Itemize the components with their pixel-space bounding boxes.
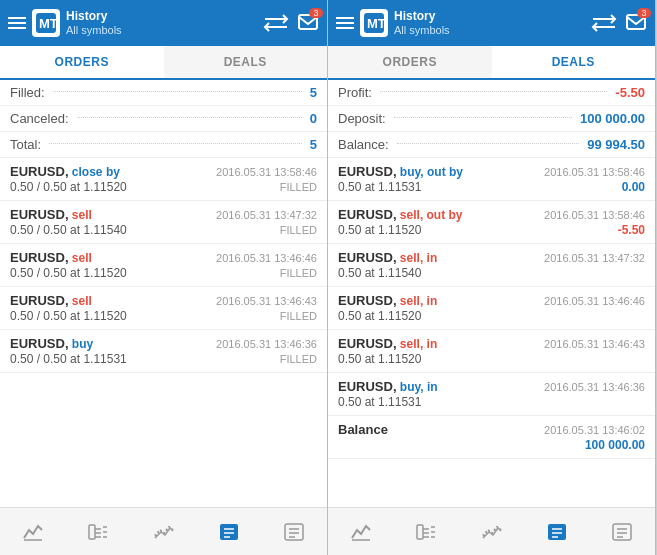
- tab-deals-left[interactable]: DEALS: [164, 46, 328, 78]
- summary-canceled: Canceled: 0: [0, 106, 327, 132]
- right-nav-history[interactable]: [524, 508, 589, 555]
- left-header-text: History All symbols: [66, 9, 122, 37]
- tab-orders-right[interactable]: ORDERS: [328, 46, 492, 78]
- deal-row-balance[interactable]: Balance 2016.05.31 13:46:02 100 000.00: [328, 416, 655, 459]
- left-header: MT History All symbols: [0, 0, 327, 46]
- notification-badge: 3: [309, 8, 323, 18]
- right-header-text: History All symbols: [394, 9, 450, 37]
- right-swap-icon[interactable]: [591, 12, 617, 34]
- summary-profit: Profit: -5.50: [328, 80, 655, 106]
- swap-icon[interactable]: [263, 12, 289, 34]
- deal-row[interactable]: EURUSD, sell, in 2016.05.31 13:47:32 0.5…: [328, 244, 655, 287]
- right-nav-trade[interactable]: [459, 508, 524, 555]
- left-header-left: MT History All symbols: [8, 9, 122, 37]
- summary-total: Total: 5: [0, 132, 327, 158]
- deal-row[interactable]: EURUSD, sell, in 2016.05.31 13:46:43 0.5…: [328, 330, 655, 373]
- notifications-button[interactable]: 3: [297, 12, 319, 34]
- right-bottom-nav: [328, 507, 655, 555]
- right-title: History: [394, 9, 450, 23]
- left-title: History: [66, 9, 122, 23]
- nav-trade[interactable]: [131, 508, 196, 555]
- deal-row[interactable]: EURUSD, buy, out by 2016.05.31 13:58:46 …: [328, 158, 655, 201]
- left-header-actions: 3: [263, 12, 319, 34]
- right-nav-quotes[interactable]: [393, 508, 458, 555]
- right-hamburger-menu[interactable]: [336, 17, 354, 29]
- svg-text:MT: MT: [367, 16, 384, 31]
- right-app-icon: MT: [360, 9, 388, 37]
- order-row[interactable]: EURUSD, sell 2016.05.31 13:46:46 0.50 / …: [0, 244, 327, 287]
- summary-deposit: Deposit: 100 000.00: [328, 106, 655, 132]
- right-notifications-button[interactable]: 3: [625, 12, 647, 34]
- right-nav-chart[interactable]: [328, 508, 393, 555]
- svg-text:MT: MT: [39, 16, 56, 31]
- svg-rect-4: [89, 525, 95, 539]
- hamburger-menu[interactable]: [8, 17, 26, 29]
- nav-menu[interactable]: [262, 508, 327, 555]
- order-row[interactable]: EURUSD, buy 2016.05.31 13:46:36 0.50 / 0…: [0, 330, 327, 373]
- right-panel: MT History All symbols: [328, 0, 656, 555]
- order-row[interactable]: EURUSD, close by 2016.05.31 13:58:46 0.5…: [0, 158, 327, 201]
- nav-quotes[interactable]: [65, 508, 130, 555]
- right-tabs: ORDERS DEALS: [328, 46, 655, 80]
- nav-history[interactable]: [196, 508, 261, 555]
- left-panel: MT History All symbols: [0, 0, 328, 555]
- nav-chart[interactable]: [0, 508, 65, 555]
- right-notification-badge: 3: [637, 8, 651, 18]
- left-subtitle: All symbols: [66, 24, 122, 37]
- tab-deals-right[interactable]: DEALS: [492, 46, 656, 80]
- right-subtitle: All symbols: [394, 24, 450, 37]
- right-nav-menu[interactable]: [590, 508, 655, 555]
- summary-filled: Filled: 5: [0, 80, 327, 106]
- left-bottom-nav: [0, 507, 327, 555]
- app-icon: MT: [32, 9, 60, 37]
- right-header-left: MT History All symbols: [336, 9, 450, 37]
- summary-balance: Balance: 99 994.50: [328, 132, 655, 158]
- svg-rect-23: [417, 525, 423, 539]
- right-content: Profit: -5.50 Deposit: 100 000.00 Balanc…: [328, 80, 655, 507]
- right-header: MT History All symbols: [328, 0, 655, 46]
- deal-row[interactable]: EURUSD, sell, in 2016.05.31 13:46:46 0.5…: [328, 287, 655, 330]
- deal-row[interactable]: EURUSD, sell, out by 2016.05.31 13:58:46…: [328, 201, 655, 244]
- right-header-actions: 3: [591, 12, 647, 34]
- deal-row[interactable]: EURUSD, buy, in 2016.05.31 13:46:36 0.50…: [328, 373, 655, 416]
- left-content: Filled: 5 Canceled: 0 Total: 5 EURUSD, c…: [0, 80, 327, 507]
- order-row[interactable]: EURUSD, sell 2016.05.31 13:47:32 0.50 / …: [0, 201, 327, 244]
- left-tabs: ORDERS DEALS: [0, 46, 327, 80]
- tab-orders-left[interactable]: ORDERS: [0, 46, 164, 80]
- order-row[interactable]: EURUSD, sell 2016.05.31 13:46:43 0.50 / …: [0, 287, 327, 330]
